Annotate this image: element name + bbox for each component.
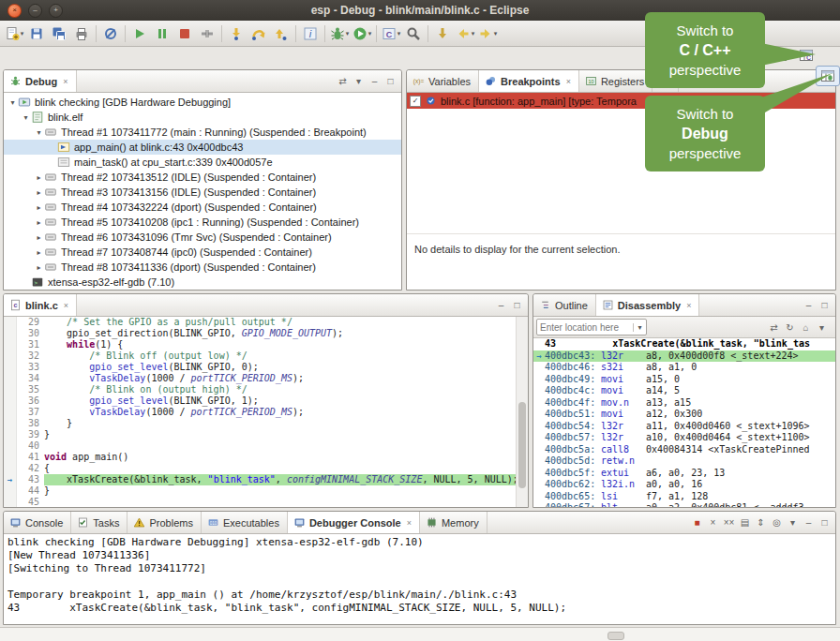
tab-problems[interactable]: Problems [128, 512, 201, 533]
instruction-pointer-icon[interactable]: → [4, 474, 17, 485]
breakpoint-ruler[interactable] [4, 497, 17, 507]
breakpoint-checkbox[interactable]: ✓ [410, 96, 421, 107]
window-minimize-button[interactable]: – [28, 4, 42, 18]
breakpoint-ruler[interactable] [4, 362, 17, 373]
breakpoint-ruler[interactable] [4, 418, 17, 429]
save-all-button[interactable] [48, 23, 70, 44]
tab-close-icon[interactable]: × [686, 301, 691, 310]
code-line[interactable]: 35 /* Blink on (output high) */ [4, 384, 528, 395]
tree-item[interactable]: ▾Thread #1 1073411772 (main : Running) (… [4, 125, 401, 140]
tree-expander-icon[interactable]: ▸ [34, 188, 44, 197]
code-line[interactable]: 29 /* Set the GPIO as a push/pull output… [4, 317, 528, 328]
step-return-button[interactable] [270, 23, 292, 44]
tab-memory[interactable]: Memory [420, 512, 488, 533]
back-button[interactable]: ▾ [454, 23, 476, 44]
dropdown-arrow-icon[interactable]: ▾ [346, 30, 350, 37]
skip-breakpoints-button[interactable] [99, 23, 122, 44]
disassembly-row[interactable]: 400dbc65:lsif7, a1, 128 [533, 491, 835, 503]
tab-debug[interactable]: Debug× [4, 70, 77, 92]
tab-breakpoints[interactable]: Breakpoints× [479, 70, 579, 92]
tree-expander-icon[interactable]: ▸ [34, 263, 44, 272]
disassembly-row[interactable]: 400dbc4c:movia14, 5 [533, 385, 835, 397]
home-icon[interactable]: ⌂ [799, 320, 813, 335]
tree-item[interactable]: ▸Thread #8 1073411336 (dport) (Suspended… [4, 260, 401, 275]
breakpoint-ruler[interactable] [4, 452, 17, 463]
last-edit-location-button[interactable] [431, 23, 454, 44]
tree-item[interactable]: ▾blink.elf [4, 110, 401, 125]
disassembly-row[interactable]: 400dbc49:movia15, 0 [533, 374, 835, 386]
console-output[interactable]: blink checking [GDB Hardware Debugging] … [4, 534, 835, 625]
code-line[interactable]: 31 while(1) { [4, 339, 528, 350]
link-with-editor-icon[interactable]: ⇄ [336, 74, 350, 89]
dropdown-arrow-icon[interactable]: ▾ [368, 30, 372, 37]
minimize-icon[interactable]: – [802, 515, 816, 530]
breakpoint-ruler[interactable] [4, 429, 17, 440]
disassembly-row[interactable]: 400dbc46:s32ia8, a1, 0 [533, 362, 835, 374]
save-button[interactable] [25, 23, 48, 44]
tab-close-icon[interactable]: × [64, 301, 68, 310]
breakpoint-ruler[interactable] [4, 407, 17, 418]
tree-item[interactable]: app_main() at blink.c:43 0x400dbc43 [4, 140, 401, 155]
code-line[interactable]: 38 } [4, 418, 528, 429]
disassembly-row[interactable]: 400dbc51:movia12, 0x300 [533, 409, 835, 421]
forward-button[interactable]: ▾ [476, 23, 499, 44]
remove-launch-icon[interactable]: × [706, 515, 720, 530]
tab-outline[interactable]: Outline [533, 294, 596, 316]
editor-scrollbar[interactable] [516, 317, 528, 507]
disassembly-row[interactable]: 400dbc62:l32i.na0, a0, 16 [533, 479, 835, 491]
step-into-button[interactable] [225, 23, 248, 44]
breakpoint-ruler[interactable] [4, 395, 17, 407]
dropdown-arrow-icon[interactable]: ▾ [472, 30, 475, 37]
maximize-icon[interactable]: □ [383, 74, 398, 89]
tree-expander-icon[interactable]: ▸ [34, 248, 44, 257]
minimize-icon[interactable]: – [368, 74, 382, 89]
dropdown-arrow-icon[interactable]: ▾ [21, 30, 24, 37]
code-line[interactable]: 34 vTaskDelay(1000 / portTICK_PERIOD_MS)… [4, 373, 528, 384]
code-line[interactable]: 40 [4, 440, 528, 452]
tree-expander-icon[interactable]: ▸ [34, 218, 44, 227]
minimize-icon[interactable]: – [802, 298, 816, 313]
remove-all-launches-icon[interactable]: ×× [722, 515, 736, 530]
tree-item[interactable]: main_task() at cpu_start.c:339 0x400d057… [4, 155, 401, 170]
instruction-stepping-button[interactable]: i [299, 23, 322, 44]
tree-item[interactable]: ▸Thread #7 1073408744 (ipc0) (Suspended … [4, 245, 401, 260]
print-button[interactable] [70, 23, 93, 44]
menu-icon[interactable]: ▾ [352, 74, 366, 89]
new-wizard-button[interactable]: ▾ [3, 23, 25, 44]
code-line[interactable]: 32 /* Blink off (output low) */ [4, 350, 528, 362]
breakpoint-ruler[interactable] [4, 463, 17, 474]
code-line[interactable]: 39} [4, 429, 528, 440]
code-line[interactable]: →43 xTaskCreate(&blink_task, "blink_task… [4, 474, 528, 485]
disassembly-source-row[interactable]: 43 xTaskCreate(&blink_task, "blink_tas [533, 338, 835, 350]
tab-debugger-console[interactable]: Debugger Console× [288, 512, 420, 533]
disassembly-row[interactable]: 400dbc57:l32ra10, 0x400d0464 <_stext+110… [533, 432, 835, 444]
tab-disassembly[interactable]: Disassembly× [596, 294, 700, 316]
resume-button[interactable] [128, 23, 151, 44]
tab-close-icon[interactable]: × [63, 77, 68, 86]
tab-close-icon[interactable]: × [566, 77, 571, 86]
clear-console-icon[interactable]: ▤ [738, 515, 752, 530]
code-line[interactable]: 37 vTaskDelay(1000 / portTICK_PERIOD_MS)… [4, 407, 528, 418]
tab-tasks[interactable]: Tasks [71, 512, 128, 533]
run-button[interactable]: ▾ [351, 23, 373, 44]
disassembly-row[interactable]: 400dbc54:l32ra11, 0x400d0460 <_stext+109… [533, 421, 835, 433]
editor-body[interactable]: 29 /* Set the GPIO as a push/pull output… [4, 317, 528, 507]
dropdown-arrow-icon[interactable]: ▾ [398, 30, 401, 37]
disassembly-row[interactable]: 400dbc67:blta0, a2, 0x400dbc81 <__adddf3 [533, 502, 835, 507]
dropdown-arrow-icon[interactable]: ▾ [494, 30, 498, 37]
terminate-button[interactable] [173, 23, 196, 44]
tree-expander-icon[interactable]: ▾ [8, 98, 18, 107]
sash-handle[interactable] [608, 632, 624, 640]
tree-item[interactable]: ▸Thread #4 1073432224 (dport) (Suspended… [4, 200, 401, 215]
menu-icon[interactable]: ▾ [786, 515, 800, 530]
breakpoint-ruler[interactable] [4, 317, 17, 328]
disassembly-row[interactable]: 400dbc5d:retw.n [533, 455, 835, 468]
tree-expander-icon[interactable]: ▸ [34, 233, 44, 242]
location-combo[interactable]: ▾ [536, 319, 647, 335]
maximize-icon[interactable]: □ [510, 298, 524, 313]
disconnect-button[interactable] [196, 23, 218, 44]
suspend-button[interactable] [151, 23, 173, 44]
debug-button[interactable]: ▾ [328, 23, 351, 44]
disassembly-row[interactable]: 400dbc5f:extuia6, a0, 23, 13 [533, 468, 835, 480]
menu-icon[interactable]: ▾ [815, 320, 829, 335]
